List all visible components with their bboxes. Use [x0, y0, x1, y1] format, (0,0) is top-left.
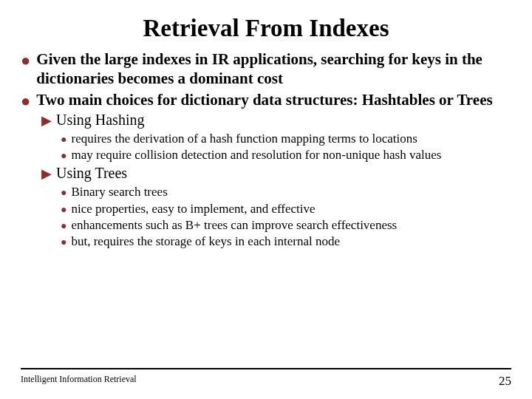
triangle-icon: ▶: [41, 112, 52, 129]
dot-icon: ●: [21, 52, 30, 89]
footer: Intelligent Information Retrieval 25: [21, 368, 511, 389]
dot-icon: ●: [61, 150, 66, 163]
bullet-level3: ● but, requires the storage of keys in e…: [61, 233, 511, 249]
bullet-text: enhancements such as B+ trees can improv…: [71, 217, 397, 233]
page-number: 25: [499, 374, 511, 389]
dot-icon: ●: [61, 187, 66, 200]
bullet-text: Two main choices for dictionary data str…: [36, 90, 492, 109]
dot-icon: ●: [61, 204, 66, 216]
triangle-icon: ▶: [41, 165, 52, 183]
bullet-level3: ● Binary search trees: [61, 184, 511, 200]
dot-icon: ●: [61, 236, 66, 249]
bullet-level3: ● enhancements such as B+ trees can impr…: [61, 217, 511, 233]
dot-icon: ●: [21, 93, 30, 109]
bullet-level3: ● requires the derivation of a hash func…: [61, 131, 511, 146]
footer-text: Intelligent Information Retrieval: [21, 374, 137, 389]
slide-body: ● Given the large indexes in IR applicat…: [21, 50, 511, 249]
bullet-level2: ▶ Using Hashing: [41, 111, 511, 129]
dot-icon: ●: [61, 220, 66, 233]
bullet-level1: ● Given the large indexes in IR applicat…: [21, 50, 511, 89]
bullet-level3: ● may require collision detection and re…: [61, 147, 511, 163]
bullet-level1: ● Two main choices for dictionary data s…: [21, 90, 511, 109]
bullet-text: Using Trees: [56, 164, 127, 183]
bullet-text: may require collision detection and reso…: [71, 147, 441, 163]
bullet-text: requires the derivation of a hash functi…: [71, 131, 417, 146]
bullet-text: but, requires the storage of keys in eac…: [71, 233, 339, 249]
bullet-text: Using Hashing: [56, 111, 144, 129]
bullet-text: nice properties, easy to implement, and …: [71, 201, 315, 216]
bullet-text: Given the large indexes in IR applicatio…: [36, 50, 511, 89]
bullet-text: Binary search trees: [71, 184, 167, 200]
footer-rule: [21, 368, 511, 369]
bullet-level3: ● nice properties, easy to implement, an…: [61, 201, 511, 216]
slide-title: Retrieval From Indexes: [21, 15, 511, 42]
slide: Retrieval From Indexes ● Given the large…: [0, 0, 532, 399]
bullet-level2: ▶ Using Trees: [41, 164, 511, 183]
dot-icon: ●: [61, 134, 66, 146]
footer-row: Intelligent Information Retrieval 25: [21, 374, 511, 389]
